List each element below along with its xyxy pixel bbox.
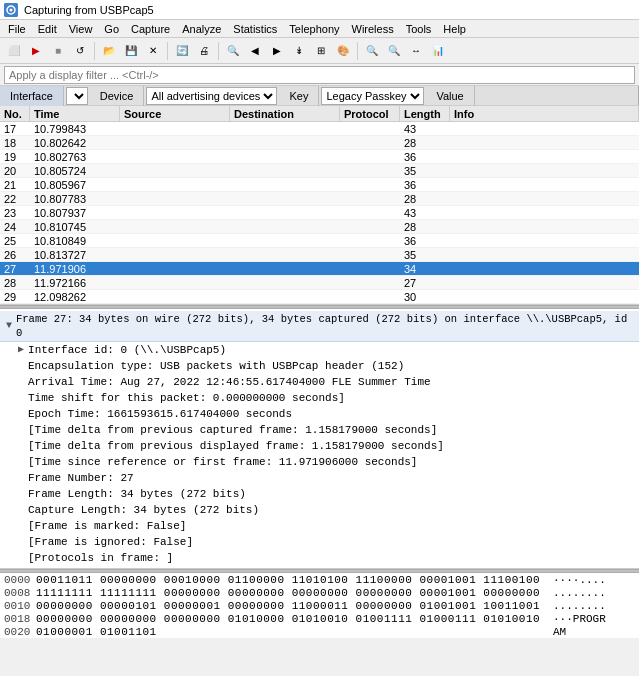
cell-time: 10.810745 — [30, 220, 120, 233]
table-row[interactable]: 25 10.810849 36 — [0, 234, 639, 248]
key-select[interactable]: Legacy Passkey — [321, 87, 424, 105]
zoom-out-btn[interactable]: 🔍 — [384, 41, 404, 61]
menu-item-statistics[interactable]: Statistics — [227, 22, 283, 36]
detail-line: Encapsulation type: USB packets with USB… — [0, 358, 639, 374]
menu-item-analyze[interactable]: Analyze — [176, 22, 227, 36]
tab-device[interactable]: Device — [90, 86, 145, 106]
menu-item-capture[interactable]: Capture — [125, 22, 176, 36]
prev-btn[interactable]: ◀ — [245, 41, 265, 61]
menu-item-tools[interactable]: Tools — [400, 22, 438, 36]
menu-item-wireless[interactable]: Wireless — [346, 22, 400, 36]
col-header-no: No. — [0, 106, 30, 121]
cell-time: 10.807937 — [30, 206, 120, 219]
device-select[interactable]: All advertising devices — [146, 87, 277, 105]
table-row[interactable]: 21 10.805967 36 — [0, 178, 639, 192]
save-btn[interactable]: 💾 — [121, 41, 141, 61]
coloring-btn[interactable]: 🎨 — [333, 41, 353, 61]
menu-item-go[interactable]: Go — [98, 22, 125, 36]
tab-key[interactable]: Key — [279, 86, 319, 106]
sep2 — [167, 42, 168, 60]
graph-btn[interactable]: 📊 — [428, 41, 448, 61]
cell-len: 30 — [400, 290, 450, 303]
cell-len: 35 — [400, 164, 450, 177]
table-row[interactable]: 24 10.810745 28 — [0, 220, 639, 234]
cell-source — [120, 122, 230, 135]
start-btn[interactable]: ▶ — [26, 41, 46, 61]
expand-icon: ▼ — [6, 319, 12, 333]
reload-btn[interactable]: 🔄 — [172, 41, 192, 61]
table-row[interactable]: 28 11.972166 27 — [0, 276, 639, 290]
restart-btn[interactable]: ↺ — [70, 41, 90, 61]
hex-ascii: ···PROGR — [549, 613, 639, 625]
title-bar: Capturing from USBPcap5 — [0, 0, 639, 20]
cell-info — [450, 136, 639, 149]
table-row[interactable]: 20 10.805724 35 — [0, 164, 639, 178]
jump-btn[interactable]: ↡ — [289, 41, 309, 61]
menu-item-telephony[interactable]: Telephony — [283, 22, 345, 36]
detail-line: [Time delta from previous displayed fram… — [0, 438, 639, 454]
filter-input[interactable] — [4, 66, 635, 84]
cell-info — [450, 262, 639, 275]
detail-interface-row[interactable]: ▶ Interface id: 0 (\\.\USBPcap5) — [0, 342, 639, 358]
cell-len: 28 — [400, 220, 450, 233]
cell-dest — [230, 220, 340, 233]
cell-time: 10.802763 — [30, 150, 120, 163]
close-btn[interactable]: ✕ — [143, 41, 163, 61]
hex-offset: 0000 — [0, 574, 36, 586]
zoom-in-btn[interactable]: 🔍 — [362, 41, 382, 61]
cell-source — [120, 290, 230, 303]
col-header-source: Source — [120, 106, 230, 121]
cell-len: 35 — [400, 248, 450, 261]
table-row[interactable]: 22 10.807783 28 — [0, 192, 639, 206]
tab-bar: Interface Device All advertising devices… — [0, 86, 639, 106]
cell-time: 10.807783 — [30, 192, 120, 205]
open-btn[interactable]: 📂 — [99, 41, 119, 61]
table-row[interactable]: 26 10.813727 35 — [0, 248, 639, 262]
menu-item-file[interactable]: File — [2, 22, 32, 36]
filter-exp-btn[interactable]: ⊞ — [311, 41, 331, 61]
table-row[interactable]: 18 10.802642 28 — [0, 136, 639, 150]
cell-info — [450, 220, 639, 233]
stop-btn[interactable]: ■ — [48, 41, 68, 61]
cell-time: 10.813727 — [30, 248, 120, 261]
table-row[interactable]: 23 10.807937 43 — [0, 206, 639, 220]
tab-interface[interactable]: Interface — [0, 86, 64, 106]
hex-bytes: 00000000 00000000 00000000 01010000 0101… — [36, 613, 549, 625]
cell-source — [120, 164, 230, 177]
table-row[interactable]: 17 10.799843 43 — [0, 122, 639, 136]
table-row[interactable]: 27 11.971906 34 — [0, 262, 639, 276]
cell-source — [120, 276, 230, 289]
search-btn[interactable]: 🔍 — [223, 41, 243, 61]
tab-value[interactable]: Value — [426, 86, 474, 106]
cell-dest — [230, 164, 340, 177]
cell-proto — [340, 234, 400, 247]
cell-no: 21 — [0, 178, 30, 191]
table-row[interactable]: 29 12.098262 30 — [0, 290, 639, 304]
zoom-reset-btn[interactable]: ↔ — [406, 41, 426, 61]
table-row[interactable]: 19 10.802763 36 — [0, 150, 639, 164]
cell-source — [120, 192, 230, 205]
menu-item-view[interactable]: View — [63, 22, 99, 36]
interface-select[interactable] — [66, 87, 88, 105]
cell-dest — [230, 206, 340, 219]
detail-summary-row[interactable]: ▼ Frame 27: 34 bytes on wire (272 bits),… — [0, 311, 639, 342]
cell-source — [120, 262, 230, 275]
cell-proto — [340, 220, 400, 233]
new-capture-btn[interactable]: ⬜ — [4, 41, 24, 61]
value-area — [475, 86, 639, 105]
hex-offset: 0008 — [0, 587, 36, 599]
cell-dest — [230, 136, 340, 149]
cell-time: 11.971906 — [30, 262, 120, 275]
menu-bar: FileEditViewGoCaptureAnalyzeStatisticsTe… — [0, 20, 639, 38]
cell-no: 27 — [0, 262, 30, 275]
cell-len: 28 — [400, 192, 450, 205]
cell-len: 27 — [400, 276, 450, 289]
detail-line: Arrival Time: Aug 27, 2022 12:46:55.6174… — [0, 374, 639, 390]
menu-item-help[interactable]: Help — [437, 22, 472, 36]
col-header-info: Info — [450, 106, 639, 121]
menu-item-edit[interactable]: Edit — [32, 22, 63, 36]
cell-source — [120, 206, 230, 219]
cell-proto — [340, 136, 400, 149]
print-btn[interactable]: 🖨 — [194, 41, 214, 61]
next-btn[interactable]: ▶ — [267, 41, 287, 61]
